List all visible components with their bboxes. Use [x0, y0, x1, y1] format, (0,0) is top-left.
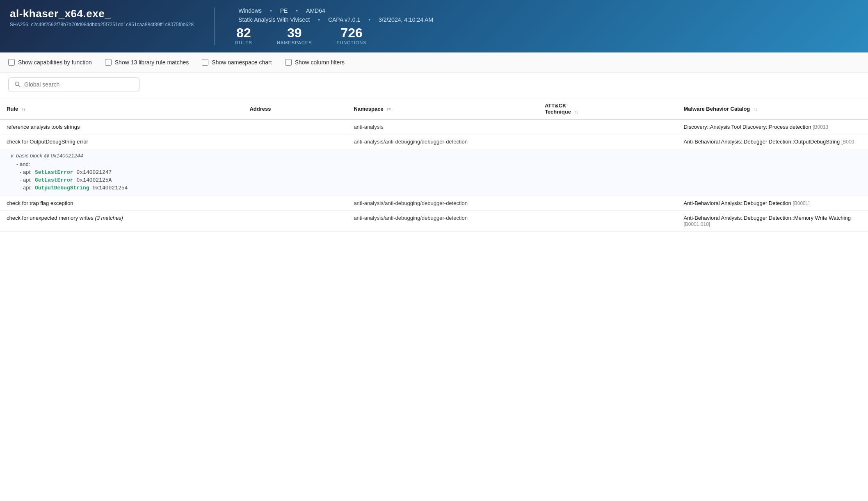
library-rules-label: Show 13 library rule matches	[115, 59, 189, 66]
capabilities-by-function-label: Show capabilities by function	[18, 59, 92, 66]
dot3: •	[318, 16, 320, 23]
col-header-mbc[interactable]: Malware Behavior Catalog ↑↓	[677, 98, 868, 119]
dot1: •	[270, 7, 272, 14]
mbc-value: Anti-Behavioral Analysis::Debugger Detec…	[683, 139, 841, 145]
attck-cell	[538, 196, 677, 211]
sha256-value: c2c49f2592f78b7a70fd984dbbb25f7251dd1c85…	[31, 22, 194, 27]
namespace-sort-icon[interactable]: ↑≡	[386, 107, 391, 112]
block-header-text: basic block @ 0x140021244	[16, 153, 83, 159]
column-filters-label: Show column filters	[295, 59, 345, 66]
address-cell	[243, 211, 347, 232]
rule-sort-icon[interactable]: ↑↓	[21, 107, 25, 112]
filename: al-khaser_x64.exe_	[10, 7, 194, 20]
address-cell	[243, 119, 347, 134]
capa-version: CAPA v7.0.1	[328, 16, 360, 23]
api-name: SetLastError	[35, 169, 73, 175]
dot4: •	[368, 16, 370, 23]
namespace-cell: anti-analysis/anti-debugging/debugger-de…	[347, 211, 538, 232]
checkbox-namespace-chart[interactable]: Show namespace chart	[202, 59, 272, 66]
svg-line-1	[18, 85, 20, 87]
address-cell	[243, 196, 347, 211]
col-header-rule[interactable]: Rule ↑↓	[0, 98, 243, 119]
api-label: - api:	[20, 169, 32, 175]
column-filters-checkbox[interactable]	[285, 59, 292, 66]
mbc-badge: [B0013	[813, 124, 828, 130]
meta-line1: Windows • PE • AMD64	[235, 7, 858, 14]
checkbox-library-rules[interactable]: Show 13 library rule matches	[105, 59, 189, 66]
table-row: check for unexpected memory writes (3 ma…	[0, 211, 868, 232]
table-header-row: Rule ↑↓ Address Namespace ↑≡ ATT&CKTechn…	[0, 98, 868, 119]
expand-cell: ∨ basic block @ 0x140021244 - and: - api…	[0, 149, 868, 196]
mbc-sort-icon[interactable]: ↑↓	[753, 107, 757, 112]
attck-cell	[538, 211, 677, 232]
api-label: - api:	[20, 184, 32, 191]
header-divider	[214, 7, 215, 45]
address-cell	[243, 134, 347, 149]
col-namespace-label: Namespace	[354, 106, 383, 112]
mbc-badge: [B000	[841, 139, 854, 145]
analysis-method: Static Analysis With Vivisect	[238, 16, 310, 23]
meta-line2: Static Analysis With Vivisect • CAPA v7.…	[235, 16, 858, 23]
api-row: - api: SetLastError 0x140021247	[20, 169, 861, 175]
table-row: check for trap flag exception anti-analy…	[0, 196, 868, 211]
col-address-label: Address	[249, 106, 271, 112]
namespace-cell: anti-analysis/anti-debugging/debugger-de…	[347, 134, 538, 149]
mbc-cell: Anti-Behavioral Analysis::Debugger Detec…	[677, 196, 868, 211]
namespace-value: anti-analysis	[354, 124, 383, 130]
api-address: 0x140021247	[77, 169, 112, 175]
rules-count: 82	[235, 26, 252, 39]
results-table-container: Rule ↑↓ Address Namespace ↑≡ ATT&CKTechn…	[0, 98, 868, 232]
rule-name-text: check for unexpected memory writes (3 ma…	[7, 215, 123, 221]
functions-label: FUNCTIONS	[336, 40, 366, 45]
col-header-namespace[interactable]: Namespace ↑≡	[347, 98, 538, 119]
table-row: check for OutputDebugString error anti-a…	[0, 134, 868, 149]
functions-count: 726	[336, 26, 366, 39]
namespaces-count: 39	[277, 26, 312, 39]
expand-row: ∨ basic block @ 0x140021244 - and: - api…	[0, 149, 868, 196]
and-block: - and: - api: SetLastError 0x140021247 -…	[16, 161, 861, 191]
app-header: al-khaser_x64.exe_ SHA256: c2c49f2592f78…	[0, 0, 868, 52]
rule-name-text: reference analysis tools strings	[7, 124, 80, 130]
arch-label: AMD64	[306, 7, 325, 14]
mbc-value: Anti-Behavioral Analysis::Debugger Detec…	[683, 200, 793, 206]
namespace-value: anti-analysis/anti-debugging/debugger-de…	[354, 139, 468, 145]
mbc-value: Discovery::Analysis Tool Discovery::Proc…	[683, 124, 813, 130]
checkbox-capabilities-by-function[interactable]: Show capabilities by function	[8, 59, 92, 66]
attck-cell	[538, 119, 677, 134]
namespace-cell: anti-analysis	[347, 119, 538, 134]
sha256-line: SHA256: c2c49f2592f78b7a70fd984dbbb25f72…	[10, 22, 194, 27]
rules-label: RULES	[235, 40, 252, 45]
os-label: Windows	[238, 7, 262, 14]
search-icon	[14, 81, 21, 88]
expand-toggle-icon[interactable]: ∨	[10, 153, 14, 159]
api-label: - api:	[20, 177, 32, 183]
col-header-attck[interactable]: ATT&CKTechnique ↑↓	[538, 98, 677, 119]
controls-bar: Show capabilities by function Show 13 li…	[0, 52, 868, 73]
col-rule-label: Rule	[7, 106, 18, 112]
namespace-chart-checkbox[interactable]	[202, 59, 208, 66]
format-label: PE	[280, 7, 288, 14]
analysis-meta: Windows • PE • AMD64 Static Analysis Wit…	[235, 7, 858, 45]
stats-row: 82 RULES 39 NAMESPACES 726 FUNCTIONS	[235, 26, 858, 45]
stat-rules: 82 RULES	[235, 26, 252, 45]
mbc-value: Anti-Behavioral Analysis::Debugger Detec…	[683, 215, 851, 221]
capabilities-by-function-checkbox[interactable]	[8, 59, 15, 66]
namespaces-label: NAMESPACES	[277, 40, 312, 45]
rule-cell: check for unexpected memory writes (3 ma…	[0, 211, 243, 232]
stat-namespaces: 39 NAMESPACES	[277, 26, 312, 45]
table-row: reference analysis tools strings anti-an…	[0, 119, 868, 134]
checkbox-column-filters[interactable]: Show column filters	[285, 59, 345, 66]
attck-cell	[538, 134, 677, 149]
mbc-cell: Anti-Behavioral Analysis::Debugger Detec…	[677, 134, 868, 149]
api-name: GetLastError	[35, 177, 73, 183]
rule-cell: reference analysis tools strings	[0, 119, 243, 134]
mbc-cell: Anti-Behavioral Analysis::Debugger Detec…	[677, 211, 868, 232]
rule-name-text: check for trap flag exception	[7, 200, 73, 206]
attck-sort-icon[interactable]: ↑↓	[574, 110, 578, 114]
search-input[interactable]	[24, 81, 133, 88]
analysis-date: 3/2/2024, 4:10:24 AM	[379, 16, 433, 23]
search-bar	[0, 73, 868, 98]
and-label: - and:	[16, 161, 861, 167]
library-rules-checkbox[interactable]	[105, 59, 112, 66]
api-address: 0x14002125A	[77, 177, 112, 183]
